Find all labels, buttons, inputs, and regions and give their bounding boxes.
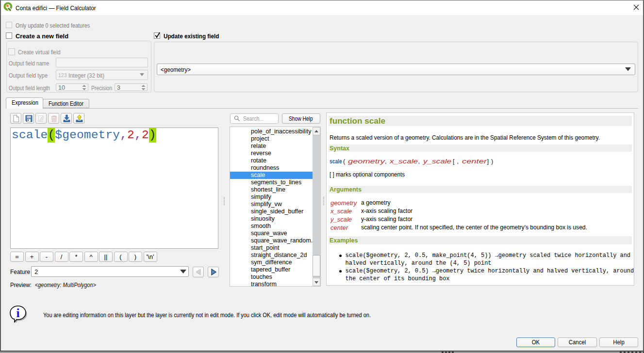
svg-text:i: i	[16, 306, 19, 320]
